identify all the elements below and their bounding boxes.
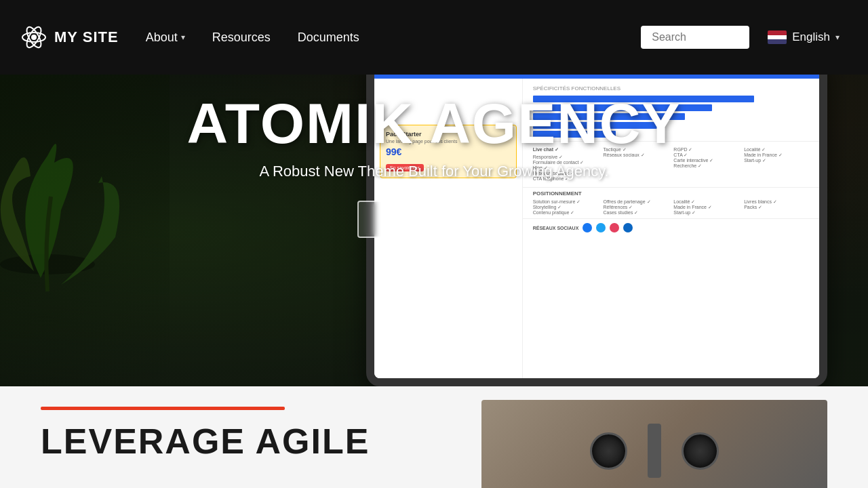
language-selector[interactable]: English ▾ — [760, 25, 848, 49]
red-accent-line — [41, 407, 285, 410]
lang-chevron-icon: ▾ — [835, 33, 840, 42]
nav-documents[interactable]: Documents — [298, 30, 359, 45]
search-input[interactable] — [641, 26, 749, 49]
logo[interactable]: MY SITE — [20, 24, 119, 51]
chevron-down-icon: ▾ — [181, 33, 185, 42]
speaker-row — [590, 424, 719, 478]
learn-more-button[interactable]: Learn More — [357, 201, 511, 238]
svg-point-0 — [31, 35, 37, 40]
speaker-right — [682, 432, 719, 470]
navbar: MY SITE About ▾ Resources Documents Engl… — [0, 0, 868, 75]
site-title: MY SITE — [54, 28, 119, 46]
bottom-left: LEVERAGE AGILE — [41, 400, 481, 459]
hero-text-block: ATOMIK AGENCY A Robust New Theme Built f… — [0, 95, 868, 238]
language-label: English — [792, 30, 830, 44]
nav-about[interactable]: About ▾ — [146, 30, 185, 45]
hero-subtitle: A Robust New Theme Built for Your Growin… — [20, 163, 848, 180]
bottom-section: LEVERAGE AGILE — [0, 386, 868, 488]
nav-resources[interactable]: Resources — [212, 30, 271, 45]
bottom-title: LEVERAGE AGILE — [41, 424, 481, 459]
hero-title: ATOMIK AGENCY — [20, 95, 848, 152]
speaker-left — [590, 432, 627, 470]
atom-icon — [20, 24, 47, 51]
flag-us-icon — [768, 30, 787, 44]
bottom-image — [481, 400, 827, 488]
chart-label: SPÉCIFICITÉS FONCTIONNELLES — [533, 85, 809, 92]
nav-links: About ▾ Resources Documents — [146, 30, 642, 45]
center-panel — [648, 424, 661, 478]
bottom-img-bg — [481, 400, 827, 488]
nav-right: English ▾ — [641, 25, 848, 49]
